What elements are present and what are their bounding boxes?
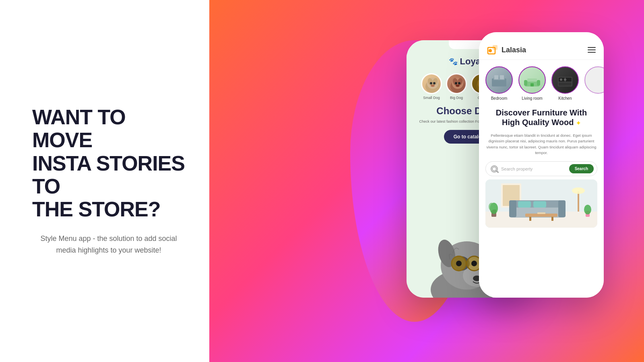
furniture-title: Discover Furniture With High Quality Woo… xyxy=(486,108,597,127)
category-kitchen[interactable]: Kitchen xyxy=(551,66,579,101)
small-dog-avatar xyxy=(421,73,442,94)
svg-point-53 xyxy=(560,78,562,81)
furniture-categories: Bedroom Living room xyxy=(479,60,604,104)
phone-2-notch xyxy=(521,32,561,41)
svg-point-54 xyxy=(564,78,566,81)
svg-rect-52 xyxy=(559,82,572,86)
category-bedroom[interactable]: Bedroom xyxy=(485,66,513,101)
furniture-description: Pellentesque etiam blandit in tincidunt … xyxy=(479,130,604,158)
svg-rect-48 xyxy=(530,83,534,86)
svg-rect-64 xyxy=(558,200,566,217)
room-preview-image xyxy=(485,179,597,228)
hamburger-line-1 xyxy=(588,47,596,48)
sub-text: Style Menu app - the solution to add soc… xyxy=(32,233,185,256)
svg-point-4 xyxy=(430,82,432,84)
pet-category-big-dog[interactable]: Big Dog xyxy=(446,73,467,100)
svg-rect-68 xyxy=(529,217,531,221)
left-section: WANT TO MOVE INSTA STORIES TO THE STORE?… xyxy=(0,0,209,362)
hamburger-line-3 xyxy=(588,52,596,53)
svg-rect-69 xyxy=(551,217,553,221)
svg-point-6 xyxy=(431,84,435,87)
svg-point-34 xyxy=(456,261,462,266)
lalasia-logo: Lalasia xyxy=(487,44,526,56)
more-circle xyxy=(584,66,604,94)
phone-2-inner: Lalasia xyxy=(479,32,604,298)
category-more xyxy=(584,66,604,101)
svg-point-76 xyxy=(572,187,585,194)
svg-line-56 xyxy=(496,171,498,173)
svg-point-35 xyxy=(471,261,477,266)
big-dog-label: Big Dog xyxy=(450,96,463,100)
svg-point-38 xyxy=(489,49,492,52)
svg-rect-47 xyxy=(527,78,537,82)
svg-rect-42 xyxy=(494,75,498,79)
svg-point-13 xyxy=(456,84,460,87)
big-dog-avatar xyxy=(446,73,467,94)
phone-mockup-2: Lalasia xyxy=(479,32,604,298)
search-bar: Search property Search xyxy=(485,161,597,176)
living-circle xyxy=(518,66,546,94)
svg-rect-67 xyxy=(525,214,557,217)
category-living[interactable]: Living room xyxy=(518,66,546,101)
svg-point-12 xyxy=(458,82,460,84)
right-section: ♡ ♡ ♡ 🐾 Loyal ♥ xyxy=(209,0,644,362)
search-icon xyxy=(491,165,498,173)
sparkle-icon: ✦ xyxy=(576,120,581,126)
paw-icon: 🐾 xyxy=(449,57,458,66)
svg-rect-65 xyxy=(518,201,531,208)
svg-rect-66 xyxy=(533,201,546,208)
lalasia-logo-icon xyxy=(487,44,498,56)
svg-rect-46 xyxy=(537,80,540,86)
main-heading: WANT TO MOVE INSTA STORIES TO THE STORE? xyxy=(32,106,185,221)
svg-point-5 xyxy=(433,82,436,84)
svg-rect-77 xyxy=(537,212,545,214)
living-label: Living room xyxy=(522,96,543,101)
svg-rect-75 xyxy=(578,191,579,212)
svg-point-74 xyxy=(584,205,591,214)
furniture-heading: Discover Furniture With High Quality Woo… xyxy=(479,104,604,130)
lalasia-app-name: Lalasia xyxy=(502,46,526,54)
svg-rect-43 xyxy=(500,75,504,79)
svg-rect-51 xyxy=(566,78,572,82)
bedroom-label: Bedroom xyxy=(491,96,508,101)
small-dog-label: Small Dog xyxy=(423,96,440,100)
svg-point-72 xyxy=(489,203,494,211)
kitchen-circle xyxy=(551,66,579,94)
svg-rect-45 xyxy=(524,80,527,86)
pet-category-small-dog[interactable]: Small Dog xyxy=(421,73,442,100)
hamburger-menu-icon[interactable] xyxy=(588,47,596,53)
kitchen-label: Kitchen xyxy=(558,96,572,101)
bedroom-circle xyxy=(485,66,513,94)
svg-rect-39 xyxy=(493,45,497,50)
hamburger-line-2 xyxy=(588,49,596,50)
search-placeholder-text: Search property xyxy=(501,167,566,171)
search-button[interactable]: Search xyxy=(569,164,594,173)
svg-point-11 xyxy=(455,82,457,84)
svg-rect-63 xyxy=(509,200,516,217)
